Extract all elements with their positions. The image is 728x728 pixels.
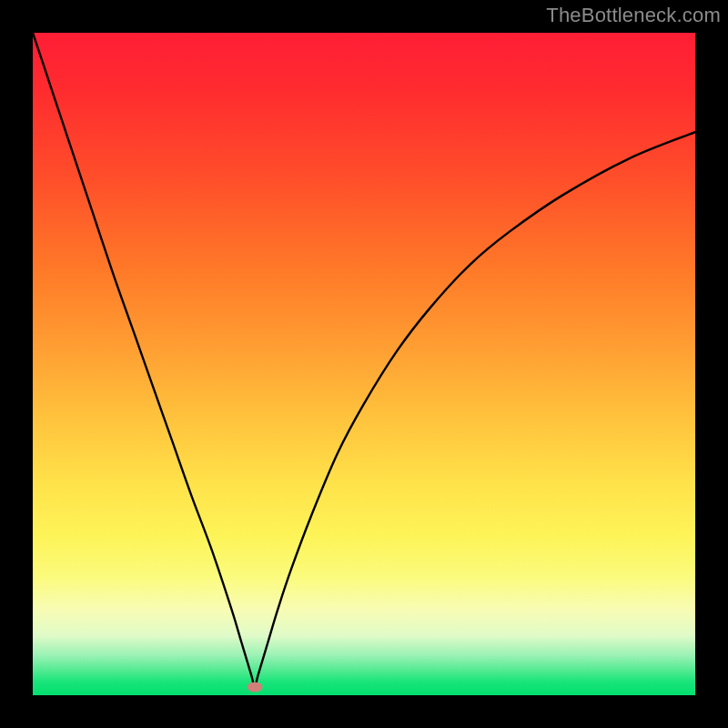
minimum-marker bbox=[247, 682, 262, 693]
plot-area bbox=[33, 33, 695, 695]
chart-frame: TheBottleneck.com bbox=[0, 0, 728, 728]
watermark-text: TheBottleneck.com bbox=[546, 4, 721, 27]
bottleneck-curve bbox=[33, 33, 695, 695]
